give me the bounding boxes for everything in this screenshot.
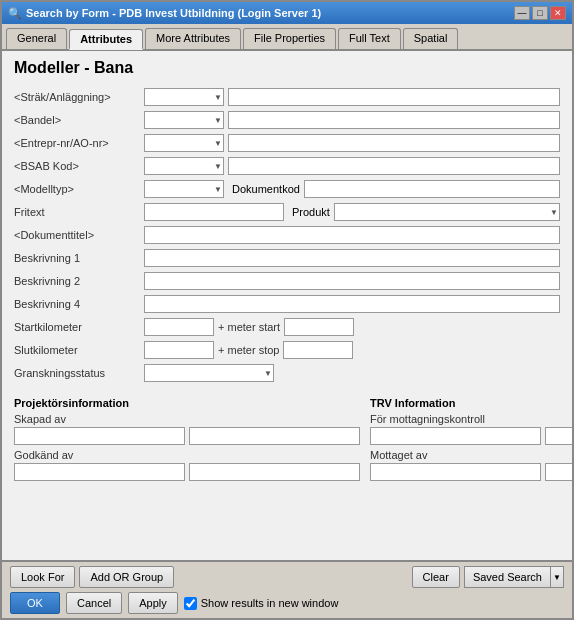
start-meter-input[interactable] (284, 318, 354, 336)
tab-full-text[interactable]: Full Text (338, 28, 401, 49)
beskrivning2-label: Beskrivning 2 (14, 275, 144, 287)
granskningsstatus-label: Granskningsstatus (14, 367, 144, 379)
tab-bar: General Attributes More Attributes File … (2, 24, 572, 51)
beskrivning1-label: Beskrivning 1 (14, 252, 144, 264)
start-extra-label: + meter start (218, 321, 280, 333)
for-mottagning-input2[interactable] (545, 427, 572, 445)
fritext-row: Fritext Produkt ▼ (14, 202, 560, 222)
dokumentkod-input[interactable] (304, 180, 560, 198)
godkand-av-input1[interactable] (14, 463, 185, 481)
saved-search-arrow-icon: ▼ (553, 573, 561, 582)
projektor-title: Projektörsinformation (14, 397, 360, 409)
fritext-label: Fritext (14, 206, 144, 218)
skapad-av-input2[interactable] (189, 427, 360, 445)
entreprnr-select-wrap: ▼ (144, 134, 224, 152)
skapad-av-input1[interactable] (14, 427, 185, 445)
beskrivning2-row: Beskrivning 2 (14, 271, 560, 291)
saved-search-button[interactable]: Saved Search (464, 566, 550, 588)
trv-section: TRV Information För mottagningskontroll … (370, 391, 572, 483)
bsab-select[interactable] (144, 157, 224, 175)
bsab-input[interactable] (228, 157, 560, 175)
modelltyp-label: <Modelltyp> (14, 183, 144, 195)
startkilometer-input[interactable] (144, 318, 214, 336)
title-bar-text: 🔍 Search by Form - PDB Invest Utbildning… (8, 7, 321, 20)
entreprnr-select[interactable] (144, 134, 224, 152)
tab-more-attributes[interactable]: More Attributes (145, 28, 241, 49)
maximize-button[interactable]: □ (532, 6, 548, 20)
window-icon: 🔍 (8, 7, 22, 20)
beskrivning1-row: Beskrivning 1 (14, 248, 560, 268)
dokumenttitel-row: <Dokumenttitel> (14, 225, 560, 245)
produkt-select[interactable] (334, 203, 560, 221)
tab-spatial[interactable]: Spatial (403, 28, 459, 49)
add-or-group-button[interactable]: Add OR Group (79, 566, 174, 588)
mottaget-av-input2[interactable] (545, 463, 572, 481)
granskningsstatus-select-wrap: ▼ (144, 364, 274, 382)
beskrivning4-row: Beskrivning 4 (14, 294, 560, 314)
entreprnr-input[interactable] (228, 134, 560, 152)
slut-meter-input[interactable] (283, 341, 353, 359)
title-bar: 🔍 Search by Form - PDB Invest Utbildning… (2, 2, 572, 24)
bandel-select[interactable] (144, 111, 224, 129)
tab-file-properties[interactable]: File Properties (243, 28, 336, 49)
mottaget-av-input1[interactable] (370, 463, 541, 481)
slutkilometer-row: Slutkilometer + meter stop (14, 340, 560, 360)
bandel-label: <Bandel> (14, 114, 144, 126)
slutkilometer-input[interactable] (144, 341, 214, 359)
apply-button[interactable]: Apply (128, 592, 178, 614)
close-button[interactable]: ✕ (550, 6, 566, 20)
tab-attributes[interactable]: Attributes (69, 29, 143, 50)
show-results-label: Show results in new window (201, 597, 339, 609)
godkand-av-row (14, 463, 360, 481)
entreprnr-label: <Entrepr-nr/AO-nr> (14, 137, 144, 149)
modelltyp-row: <Modelltyp> ▼ Dokumentkod (14, 179, 560, 199)
bottom-bar: Look For Add OR Group Clear Saved Search… (2, 560, 572, 618)
bsab-select-wrap: ▼ (144, 157, 224, 175)
strak-select[interactable] (144, 88, 224, 106)
bandel-row: <Bandel> ▼ (14, 110, 560, 130)
trv-title: TRV Information (370, 397, 572, 409)
granskningsstatus-row: Granskningsstatus ▼ (14, 363, 560, 383)
granskningsstatus-select[interactable] (144, 364, 274, 382)
strak-label: <Sträk/Anläggning> (14, 91, 144, 103)
godkand-av-input2[interactable] (189, 463, 360, 481)
produkt-select-wrap: ▼ (334, 203, 560, 221)
dokumenttitel-input[interactable] (144, 226, 560, 244)
modelltyp-select[interactable] (144, 180, 224, 198)
strak-select-wrap: ▼ (144, 88, 224, 106)
content-area: Modeller - Bana <Sträk/Anläggning> ▼ <Ba… (2, 51, 572, 560)
slutkilometer-label: Slutkilometer (14, 344, 144, 356)
projektor-section: Projektörsinformation Skapad av Godkänd … (14, 391, 360, 483)
mottaget-av-label: Mottaget av (370, 449, 572, 461)
dokumenttitel-label: <Dokumenttitel> (14, 229, 144, 241)
bottom-row2: OK Cancel Apply Show results in new wind… (10, 592, 564, 614)
saved-search-dropdown-button[interactable]: ▼ (550, 566, 564, 588)
fritext-input[interactable] (144, 203, 284, 221)
slut-extra-label: + meter stop (218, 344, 279, 356)
ok-button[interactable]: OK (10, 592, 60, 614)
cancel-button[interactable]: Cancel (66, 592, 122, 614)
beskrivning1-input[interactable] (144, 249, 560, 267)
look-for-button[interactable]: Look For (10, 566, 75, 588)
modelltyp-select-wrap: ▼ (144, 180, 224, 198)
startkilometer-row: Startkilometer + meter start (14, 317, 560, 337)
clear-button[interactable]: Clear (412, 566, 460, 588)
for-mottagning-input1[interactable] (370, 427, 541, 445)
tab-general[interactable]: General (6, 28, 67, 49)
godkand-av-label: Godkänd av (14, 449, 360, 461)
left-buttons: Look For Add OR Group (10, 566, 174, 588)
beskrivning4-input[interactable] (144, 295, 560, 313)
right-buttons: Clear Saved Search ▼ (412, 566, 564, 588)
main-window: 🔍 Search by Form - PDB Invest Utbildning… (0, 0, 574, 620)
startkilometer-label: Startkilometer (14, 321, 144, 333)
minimize-button[interactable]: — (514, 6, 530, 20)
bandel-select-wrap: ▼ (144, 111, 224, 129)
bandel-input[interactable] (228, 111, 560, 129)
beskrivning2-input[interactable] (144, 272, 560, 290)
show-results-checkbox[interactable] (184, 597, 197, 610)
bottom-row1: Look For Add OR Group Clear Saved Search… (10, 566, 564, 588)
strak-input[interactable] (228, 88, 560, 106)
window-title: Search by Form - PDB Invest Utbildning (… (26, 7, 321, 19)
mottaget-av-row (370, 463, 572, 481)
page-title: Modeller - Bana (14, 59, 560, 77)
